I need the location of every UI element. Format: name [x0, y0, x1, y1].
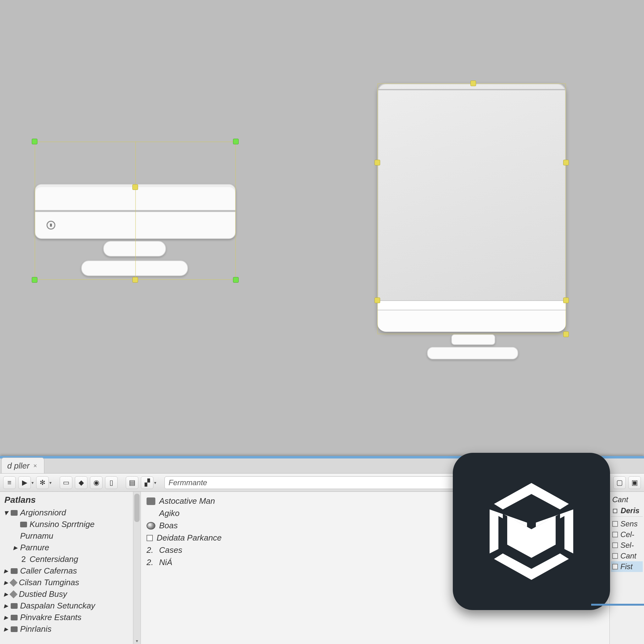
tab-project[interactable]: d pller × — [1, 458, 44, 473]
play-button[interactable]: ▶▾ — [18, 476, 34, 489]
resize-handle-top[interactable] — [470, 81, 476, 86]
chevron-right-icon: ▸ — [3, 601, 8, 611]
resize-handle-br2[interactable] — [563, 297, 569, 303]
folder-icon — [11, 626, 18, 632]
hierarchy-item[interactable]: ▸Cilsan Tumginas — [0, 577, 141, 588]
checkbox-icon[interactable] — [612, 521, 618, 527]
properties-header-label: Deris — [621, 506, 640, 515]
properties-panel: Cant Deris SensCel-Sel-CantFist — [609, 492, 644, 644]
resize-handle-bl2[interactable] — [375, 297, 380, 303]
scroll-thumb[interactable] — [134, 494, 140, 522]
camera-icon-button[interactable]: ▣ — [628, 476, 641, 489]
hierarchy-item-label: Pinrlanis — [20, 624, 52, 634]
doc-icon-button[interactable]: ▯ — [105, 476, 118, 489]
hierarchy-tree[interactable]: ▾ArgionsniordKunsino SprrtnigePurnamu▸Pa… — [0, 507, 141, 635]
hierarchy-item-label: Kunsino Sprrtnige — [30, 519, 95, 529]
resize-handle-mid[interactable] — [132, 184, 138, 190]
property-item[interactable]: Sens — [611, 519, 643, 529]
property-item-label: Sel- — [620, 541, 634, 550]
content-item-label: NiÁ — [159, 558, 172, 567]
resize-handle-bottom[interactable] — [132, 277, 138, 283]
document-icon: ▯ — [109, 479, 113, 487]
checkbox-icon[interactable] — [612, 532, 618, 537]
checkbox-icon[interactable] — [613, 509, 617, 513]
scene-object-monitor-a[interactable] — [35, 142, 236, 280]
svg-marker-0 — [494, 483, 569, 509]
globe-icon: ◉ — [93, 479, 99, 487]
hierarchy-item[interactable]: ▸Daspalan Setunckay — [0, 600, 141, 612]
properties-header: Deris — [611, 505, 643, 517]
hierarchy-item-label: Caller Cafernas — [20, 566, 77, 576]
hierarchy-item-label: Purnamu — [20, 531, 53, 541]
lock-icon — [47, 221, 55, 230]
hierarchy-item[interactable]: ▸Parnure — [0, 542, 141, 553]
property-item-label: Cant — [620, 552, 636, 560]
gear-button[interactable]: ✻▾ — [36, 476, 52, 489]
resize-handle-tr[interactable] — [233, 139, 239, 144]
page-icon-button[interactable]: ▭ — [60, 476, 72, 489]
scrollbar[interactable]: ▴ ▾ — [133, 492, 141, 644]
resize-handle-tl[interactable] — [32, 139, 37, 144]
hierarchy-item-label: Pinvakre Estants — [20, 613, 81, 622]
hierarchy-item-label: Argionsniord — [20, 508, 66, 518]
hierarchy-item[interactable]: Purnamu — [0, 530, 141, 542]
hierarchy-item[interactable]: ▸Dustied Busy — [0, 588, 141, 600]
diamond-icon-button[interactable]: ◆ — [75, 476, 87, 489]
resize-handle-bl[interactable] — [32, 277, 37, 283]
property-item[interactable]: Fist — [611, 561, 643, 572]
content-item-label: Cases — [159, 545, 182, 555]
hierarchy-item[interactable]: ▸Pinvakre Estants — [0, 612, 141, 623]
resize-handle-ml[interactable] — [375, 160, 380, 165]
scroll-down-icon[interactable]: ▾ — [133, 638, 141, 644]
window-icon-button[interactable]: ▢ — [613, 476, 626, 489]
folder-icon — [11, 615, 18, 620]
property-item[interactable]: Cant — [611, 551, 643, 561]
checkbox-icon[interactable] — [612, 542, 618, 548]
content-item-label: Astocative Man — [159, 496, 215, 506]
chevron-right-icon: ▸ — [13, 543, 18, 552]
stack-icon-button[interactable]: ▤ — [126, 476, 138, 489]
chevron-right-icon: ▸ — [3, 589, 8, 599]
object-neck — [103, 241, 166, 257]
number-icon: 2 — [20, 554, 27, 564]
stack-icon: ▤ — [129, 479, 136, 487]
object-neck — [451, 334, 495, 345]
selection-axis — [135, 142, 136, 280]
cube-icon — [9, 590, 17, 598]
scene-viewport[interactable] — [0, 0, 644, 456]
resize-handle-br[interactable] — [233, 277, 239, 283]
resize-handle-mr[interactable] — [563, 160, 569, 165]
hierarchy-item[interactable]: Kunsino Sprrtnige — [0, 519, 141, 530]
object-topbar — [377, 89, 566, 90]
scene-object-monitor-b[interactable] — [374, 80, 569, 360]
hierarchy-item[interactable]: ▸Caller Cafernas — [0, 565, 141, 577]
hierarchy-item-label: Dustied Busy — [19, 589, 67, 599]
object-screen — [377, 83, 566, 332]
properties-tab[interactable]: Cant — [611, 494, 643, 505]
chevron-right-icon: ▸ — [3, 578, 8, 587]
gear-icon: ✻ — [40, 479, 45, 487]
chart-icon: ▞ — [145, 479, 150, 487]
property-item-label: Fist — [620, 562, 633, 571]
hierarchy-item[interactable]: ▾Argionsniord — [0, 507, 141, 519]
page-icon: ▭ — [63, 479, 69, 487]
checkbox-icon[interactable] — [612, 553, 618, 559]
chevron-right-icon: ▸ — [3, 566, 8, 576]
checkbox-icon[interactable] — [147, 535, 153, 541]
globe-icon-button[interactable]: ◉ — [90, 476, 103, 489]
property-item[interactable]: Sel- — [611, 540, 643, 551]
close-icon[interactable]: × — [33, 462, 37, 469]
checkbox-icon[interactable] — [612, 564, 618, 569]
chart-button[interactable]: ▞▾ — [141, 476, 156, 489]
folder-icon — [147, 497, 155, 505]
hierarchy-header: Patlans — [0, 492, 141, 507]
hierarchy-item[interactable]: 2Centersidang — [0, 553, 141, 565]
content-item-label: Deidata Parkance — [157, 533, 222, 543]
menu-button[interactable]: ≡ — [3, 476, 16, 489]
property-item-label: Cel- — [620, 530, 634, 539]
resize-handle-bbr[interactable] — [563, 331, 569, 337]
property-item[interactable]: Cel- — [611, 529, 643, 540]
hierarchy-item-label: Daspalan Setunckay — [20, 601, 95, 611]
hierarchy-item[interactable]: ▸Pinrlanis — [0, 623, 141, 635]
hierarchy-item-label: Parnure — [20, 543, 49, 552]
